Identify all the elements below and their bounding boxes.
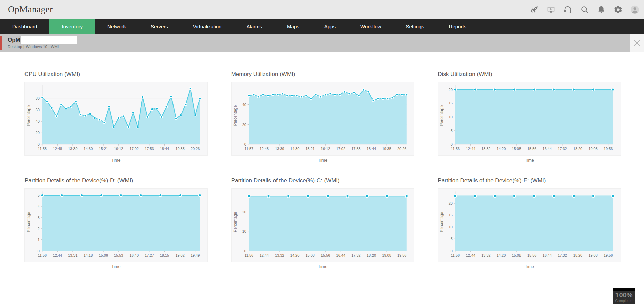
svg-text:15: 15	[449, 213, 453, 217]
svg-text:15:56: 15:56	[527, 253, 536, 257]
chart-panel[interactable]: 0204011:5712:4813:3914:3015:2116:1217:02…	[231, 82, 414, 156]
svg-text:0: 0	[38, 249, 40, 253]
svg-text:0: 0	[244, 142, 246, 146]
nav-tab-servers[interactable]: Servers	[138, 19, 181, 34]
chart-xaxis-label: Time	[438, 158, 621, 163]
svg-text:19:56: 19:56	[397, 253, 406, 257]
chart-xaxis-label: Time	[231, 264, 414, 269]
svg-text:2: 2	[38, 227, 40, 231]
chart-panel[interactable]: 0510152011:5612:4413:3214:2015:0815:5616…	[438, 82, 621, 156]
svg-text:10: 10	[242, 229, 246, 233]
chart-title: Disk Utilization (WMI)	[438, 71, 621, 78]
chart-svg: 0510152011:5612:4413:3214:2015:0815:5616…	[438, 82, 621, 155]
app-logo[interactable]: OpManager	[8, 4, 53, 15]
svg-text:1: 1	[38, 238, 40, 242]
chart-xaxis-label: Time	[231, 158, 414, 163]
svg-text:16:44: 16:44	[336, 253, 345, 257]
svg-text:13:32: 13:32	[482, 253, 491, 257]
svg-text:19:08: 19:08	[589, 147, 598, 151]
svg-text:0: 0	[38, 142, 40, 146]
svg-text:4: 4	[38, 205, 40, 209]
svg-text:14:30: 14:30	[290, 147, 299, 151]
search-icon[interactable]	[580, 5, 589, 14]
svg-text:11:56: 11:56	[451, 147, 460, 151]
rocket-icon[interactable]	[530, 5, 539, 14]
chart-xaxis-label: Time	[438, 264, 621, 269]
load-progress-badge: 100% Completed	[613, 288, 635, 304]
chart-grid: CPU Utilization (WMI) 02040608011:5812:4…	[24, 71, 621, 269]
chart-panel[interactable]: 01234511:5612:4413:3114:1815:0615:5316:4…	[24, 188, 208, 262]
user-avatar[interactable]	[630, 5, 639, 14]
svg-text:12:44: 12:44	[466, 253, 475, 257]
nav-tab-alarms[interactable]: Alarms	[234, 19, 275, 34]
svg-text:15:08: 15:08	[512, 147, 521, 151]
svg-text:Percentage: Percentage	[439, 105, 444, 126]
svg-text:Percentage: Percentage	[26, 105, 31, 126]
svg-text:17:32: 17:32	[351, 253, 360, 257]
svg-text:Percentage: Percentage	[233, 105, 238, 126]
svg-text:20: 20	[242, 210, 246, 214]
svg-text:18:15: 18:15	[160, 253, 169, 257]
chart-card-cpu: CPU Utilization (WMI) 02040608011:5812:4…	[24, 71, 208, 163]
svg-text:14:18: 14:18	[84, 253, 93, 257]
nav-tab-reports[interactable]: Reports	[437, 19, 479, 34]
svg-text:18:20: 18:20	[573, 253, 582, 257]
svg-text:13:31: 13:31	[68, 253, 77, 257]
chart-title: Partition Details of the Device(%)-C: (W…	[231, 177, 414, 184]
svg-text:20:26: 20:26	[191, 147, 200, 151]
svg-text:40: 40	[36, 119, 40, 123]
svg-text:20: 20	[242, 123, 246, 127]
svg-text:5: 5	[451, 237, 453, 241]
nav-tab-workflow[interactable]: Workflow	[348, 19, 393, 34]
presentation-icon[interactable]	[546, 5, 555, 14]
svg-text:0: 0	[451, 142, 453, 146]
svg-text:11:56: 11:56	[451, 253, 460, 257]
progress-strip	[613, 288, 635, 291]
settings-gear-icon[interactable]	[613, 5, 623, 14]
svg-text:20: 20	[36, 131, 40, 135]
svg-text:Percentage: Percentage	[233, 212, 238, 232]
nav-tab-virtualization[interactable]: Virtualization	[181, 19, 234, 34]
svg-text:19:02: 19:02	[175, 253, 184, 257]
svg-text:13:32: 13:32	[275, 253, 284, 257]
chart-title: Partition Details of the Device(%)-E: (W…	[438, 177, 621, 184]
svg-text:80: 80	[36, 96, 40, 100]
svg-text:5: 5	[451, 129, 453, 133]
device-subtitle: Desktop | Windows 10 | WMI	[8, 45, 630, 49]
chart-panel[interactable]: 0510152011:5612:4413:3214:2015:0815:5616…	[438, 188, 621, 262]
chart-xaxis-label: Time	[24, 264, 208, 269]
svg-text:13:39: 13:39	[68, 147, 77, 151]
svg-text:15:56: 15:56	[527, 147, 536, 151]
chart-card-memory: Memory Utilization (WMI) 0204011:5712:48…	[231, 71, 414, 163]
svg-text:18:44: 18:44	[160, 147, 169, 151]
notifications-bell-icon[interactable]	[597, 5, 606, 14]
headset-icon[interactable]	[563, 5, 572, 14]
nav-tab-settings[interactable]: Settings	[393, 19, 436, 34]
chart-panel[interactable]: 02040608011:5812:4813:3914:3015:2116:121…	[24, 82, 208, 156]
svg-text:17:27: 17:27	[145, 253, 154, 257]
svg-text:17:53: 17:53	[351, 147, 360, 151]
chart-svg: 0204011:5712:4813:3914:3015:2116:1217:02…	[232, 82, 414, 155]
svg-text:16:12: 16:12	[114, 147, 123, 151]
chart-svg: 01234511:5612:4413:3114:1815:0615:5316:4…	[25, 189, 207, 262]
svg-text:5: 5	[38, 193, 40, 198]
svg-text:15:21: 15:21	[305, 147, 314, 151]
nav-tab-dashboard[interactable]: Dashboard	[0, 19, 49, 34]
svg-text:14:20: 14:20	[497, 253, 506, 257]
svg-text:14:20: 14:20	[290, 253, 299, 257]
chart-card-partition-e: Partition Details of the Device(%)-E: (W…	[438, 177, 621, 269]
svg-text:0: 0	[451, 249, 453, 253]
chart-panel[interactable]: 0102011:5612:4413:3214:2015:0815:5616:44…	[231, 188, 414, 262]
close-icon[interactable]	[630, 34, 644, 52]
chart-svg: 0510152011:5612:4413:3214:2015:0815:5616…	[438, 189, 621, 262]
svg-text:20:26: 20:26	[397, 147, 406, 151]
nav-tab-apps[interactable]: Apps	[312, 19, 348, 34]
svg-text:3: 3	[38, 216, 40, 220]
nav-tab-network[interactable]: Network	[95, 19, 138, 34]
chart-card-partition-d: Partition Details of the Device(%)-D: (W…	[24, 177, 208, 269]
chart-card-disk: Disk Utilization (WMI) 0510152011:5612:4…	[438, 71, 621, 163]
svg-text:16:12: 16:12	[321, 147, 330, 151]
svg-text:19:08: 19:08	[382, 253, 391, 257]
nav-tab-inventory[interactable]: Inventory	[49, 19, 95, 34]
nav-tab-maps[interactable]: Maps	[275, 19, 312, 34]
